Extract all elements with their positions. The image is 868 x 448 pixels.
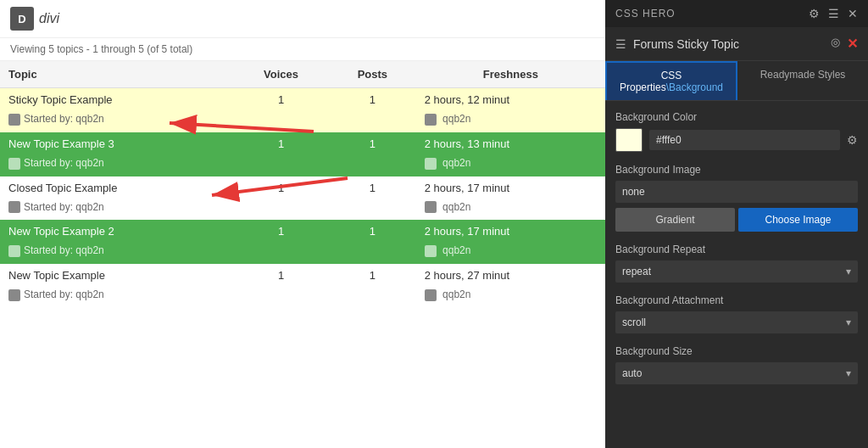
panel-subtitle: ☰ Forums Sticky Topic ◎ ✕ bbox=[605, 27, 868, 61]
topic-user2: qqb2n bbox=[416, 199, 605, 221]
topic-posts: 1 bbox=[329, 132, 416, 155]
avatar-icon bbox=[425, 201, 437, 213]
topic-voices: 1 bbox=[233, 132, 329, 155]
background-image-field: Background Image Gradient Choose Image bbox=[615, 164, 858, 232]
background-image-label: Background Image bbox=[615, 164, 858, 176]
topic-meta: Started by: qqb2n bbox=[0, 111, 329, 132]
avatar-icon bbox=[425, 289, 437, 301]
table-row: Closed Topic Example 1 1 2 hours, 17 min… bbox=[0, 176, 605, 199]
topic-user2: qqb2n bbox=[416, 111, 605, 132]
table-row-meta: Started by: qqb2n qqb2n bbox=[0, 287, 605, 308]
background-repeat-wrap: repeat no-repeat repeat-x repeat-y bbox=[615, 260, 858, 283]
topic-freshness: 2 hours, 13 minut bbox=[416, 132, 605, 155]
topic-voices: 1 bbox=[233, 264, 329, 287]
table-row: New Topic Example 2 1 1 2 hours, 17 minu… bbox=[0, 220, 605, 243]
topic-title: New Topic Example bbox=[0, 264, 233, 287]
panel-subtitle-icon: ☰ bbox=[615, 37, 626, 51]
topic-title: New Topic Example 3 bbox=[0, 132, 233, 155]
panel-header-icons: ⚙ ☰ ✕ bbox=[809, 7, 858, 20]
table-row-meta: Started by: qqb2n qqb2n bbox=[0, 199, 605, 221]
topic-posts: 1 bbox=[329, 220, 416, 243]
avatar-icon bbox=[8, 245, 20, 257]
color-swatch[interactable] bbox=[615, 128, 643, 152]
topic-meta: Started by: qqb2n bbox=[0, 199, 329, 221]
close-panel-icon[interactable]: ✕ bbox=[848, 7, 858, 20]
topic-posts: 1 bbox=[329, 264, 416, 287]
col-topic: Topic bbox=[0, 61, 233, 88]
background-size-wrap: auto cover contain bbox=[615, 362, 858, 384]
topic-title: Sticky Topic Example bbox=[0, 88, 233, 112]
background-size-select[interactable]: auto cover contain bbox=[615, 362, 858, 384]
topic-voices: 1 bbox=[233, 88, 329, 112]
background-attachment-label: Background Attachment bbox=[615, 294, 858, 306]
background-repeat-select[interactable]: repeat no-repeat repeat-x repeat-y bbox=[615, 260, 858, 283]
target-icon[interactable]: ◎ bbox=[831, 36, 840, 52]
table-row: New Topic Example 3 1 1 2 hours, 13 minu… bbox=[0, 132, 605, 155]
background-size-field: Background Size auto cover contain bbox=[615, 345, 858, 384]
tabs-row: CSS Properties\Background Readymade Styl… bbox=[605, 61, 868, 101]
table-row: Sticky Topic Example 1 1 2 hours, 12 min… bbox=[0, 88, 605, 112]
tab-breadcrumb: \Background bbox=[666, 81, 723, 93]
avatar-icon bbox=[8, 201, 20, 213]
avatar-icon bbox=[8, 289, 20, 301]
topic-user2: qqb2n bbox=[416, 287, 605, 308]
background-attachment-select[interactable]: scroll fixed local bbox=[615, 311, 858, 333]
table-row-meta: Started by: qqb2n qqb2n bbox=[0, 155, 605, 176]
table-row-meta: Started by: qqb2n qqb2n bbox=[0, 243, 605, 264]
table-row: New Topic Example 1 1 2 hours, 27 minut bbox=[0, 264, 605, 287]
avatar-icon bbox=[8, 114, 20, 126]
gradient-button[interactable]: Gradient bbox=[615, 208, 735, 232]
forum-table: Topic Voices Posts Freshness Sticky Topi… bbox=[0, 61, 605, 308]
background-color-field: Background Color ⚙ bbox=[615, 111, 858, 152]
col-posts: Posts bbox=[329, 61, 416, 88]
topic-meta: Started by: qqb2n bbox=[0, 287, 329, 308]
background-image-input[interactable] bbox=[615, 181, 858, 203]
tab-readymade-styles[interactable]: Readymade Styles bbox=[737, 61, 868, 100]
choose-image-button[interactable]: Choose Image bbox=[738, 208, 858, 232]
background-color-label: Background Color bbox=[615, 111, 858, 123]
divi-logo: D bbox=[10, 7, 34, 31]
topic-voices: 1 bbox=[233, 176, 329, 199]
tab-readymade-label: Readymade Styles bbox=[760, 69, 846, 81]
topic-freshness: 2 hours, 27 minut bbox=[416, 264, 605, 287]
avatar-icon bbox=[8, 158, 20, 170]
color-row: ⚙ bbox=[615, 128, 858, 152]
panel-body: Background Color ⚙ Background Image Grad… bbox=[605, 101, 868, 448]
topic-user2: qqb2n bbox=[416, 243, 605, 264]
css-hero-panel: CSS HERO ⚙ ☰ ✕ ☰ Forums Sticky Topic ◎ ✕… bbox=[605, 0, 868, 448]
topic-meta: Started by: qqb2n bbox=[0, 155, 329, 176]
topic-title: New Topic Example 2 bbox=[0, 220, 233, 243]
background-size-label: Background Size bbox=[615, 345, 858, 357]
brand-name: divi bbox=[39, 11, 59, 26]
topic-freshness: 2 hours, 17 minut bbox=[416, 220, 605, 243]
tab-css-properties[interactable]: CSS Properties\Background bbox=[605, 61, 737, 100]
panel-header: CSS HERO ⚙ ☰ ✕ bbox=[605, 0, 868, 27]
col-freshness: Freshness bbox=[416, 61, 605, 88]
background-repeat-label: Background Repeat bbox=[615, 244, 858, 255]
topic-title: Closed Topic Example bbox=[0, 176, 233, 199]
topic-meta: Started by: qqb2n bbox=[0, 243, 329, 264]
topic-posts: 1 bbox=[329, 88, 416, 112]
filter-icon[interactable]: ⚙ bbox=[809, 7, 820, 20]
topic-freshness: 2 hours, 12 minut bbox=[416, 88, 605, 112]
topic-voices: 1 bbox=[233, 220, 329, 243]
color-gear-icon[interactable]: ⚙ bbox=[847, 133, 858, 147]
table-row-meta: Started by: qqb2n qqb2n bbox=[0, 111, 605, 132]
background-repeat-field: Background Repeat repeat no-repeat repea… bbox=[615, 244, 858, 283]
color-input[interactable] bbox=[649, 130, 840, 150]
background-attachment-wrap: scroll fixed local bbox=[615, 311, 858, 333]
background-attachment-field: Background Attachment scroll fixed local bbox=[615, 294, 858, 333]
image-button-row: Gradient Choose Image bbox=[615, 208, 858, 232]
panel-header-title: CSS HERO bbox=[615, 8, 676, 20]
panel-title-text: Forums Sticky Topic bbox=[633, 37, 824, 51]
avatar-icon bbox=[425, 245, 437, 257]
menu-icon[interactable]: ☰ bbox=[828, 7, 839, 20]
topic-freshness: 2 hours, 17 minut bbox=[416, 176, 605, 199]
avatar-icon bbox=[425, 114, 437, 126]
topic-posts: 1 bbox=[329, 176, 416, 199]
topic-user2: qqb2n bbox=[416, 155, 605, 176]
forum-subtitle: Viewing 5 topics - 1 through 5 (of 5 tot… bbox=[0, 38, 605, 61]
col-voices: Voices bbox=[233, 61, 329, 88]
avatar-icon bbox=[425, 158, 437, 170]
panel-close-icon[interactable]: ✕ bbox=[847, 36, 858, 52]
